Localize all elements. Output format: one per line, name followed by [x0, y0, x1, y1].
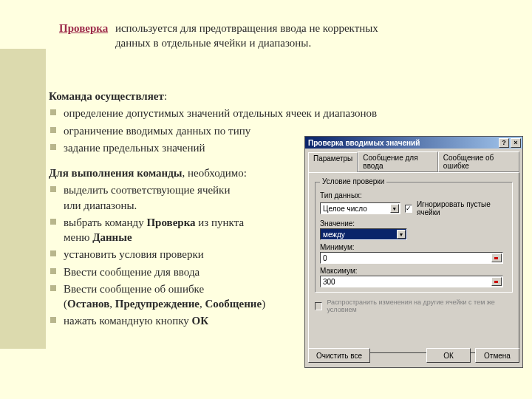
- list-item: Ввести сообщение об ошибке(Останов, Пред…: [49, 282, 300, 312]
- list-item: выделить соответствующие ячейкиили диапа…: [49, 183, 300, 213]
- range-selector-icon[interactable]: [491, 277, 502, 286]
- cancel-button[interactable]: Отмена: [475, 348, 519, 363]
- range-selector-icon[interactable]: [491, 253, 502, 262]
- label-max: Максимум:: [320, 267, 508, 275]
- ignore-blank-checkbox[interactable]: ✓: [405, 205, 412, 213]
- apply-changes-label: Распространить изменения на другие ячейк…: [327, 299, 513, 313]
- tab-body: Условие проверки Тип данных: Целое число…: [308, 172, 519, 353]
- minimum-input[interactable]: 0: [320, 252, 503, 264]
- dialog-title: Проверка вводимых значений: [308, 139, 420, 147]
- group-title: Условие проверки: [320, 177, 386, 185]
- data-combobox[interactable]: между ▼: [320, 228, 407, 240]
- list-item: установить условия проверки: [49, 247, 300, 262]
- label-type: Тип данных:: [320, 191, 508, 200]
- chevron-down-icon: ▼: [397, 230, 406, 239]
- list-item: Ввести сообщение для ввода: [49, 265, 300, 279]
- header-desc-2: данных в отдельные ячейки и диапазоны.: [115, 37, 311, 49]
- page-title: Проверка: [59, 22, 108, 34]
- dialog-tabs: Параметры Сообщение для ввода Сообщение …: [305, 149, 522, 172]
- tab-input-message[interactable]: Сообщение для ввода: [358, 151, 437, 172]
- dialog-titlebar[interactable]: Проверка вводимых значений ? ×: [305, 137, 522, 149]
- allow-combobox[interactable]: Целое число ▼: [320, 202, 400, 214]
- close-button[interactable]: ×: [511, 138, 521, 148]
- tab-error-message[interactable]: Сообщение об ошибке: [438, 151, 519, 172]
- validation-dialog: Проверка вводимых значений ? × Параметры…: [304, 136, 523, 368]
- ignore-blank-label: Игнорировать пустые ячейки: [417, 200, 508, 216]
- maximum-input[interactable]: 300: [320, 276, 503, 287]
- ok-button[interactable]: ОК: [426, 348, 471, 363]
- header-desc-1: используется для предотвращения ввода не…: [115, 22, 378, 34]
- list-item: определение допустимых значений отдельны…: [49, 106, 507, 120]
- section1-heading: Команда осуществляет: [49, 90, 164, 102]
- apply-changes-checkbox: [315, 302, 322, 310]
- help-button[interactable]: ?: [499, 138, 509, 148]
- section2-list: выделить соответствующие ячейкиили диапа…: [49, 183, 300, 328]
- dialog-buttons: Очистить все ОК Отмена: [308, 348, 519, 363]
- criteria-group: Условие проверки Тип данных: Целое число…: [315, 182, 513, 293]
- tab-parameters[interactable]: Параметры: [308, 152, 358, 173]
- section2-heading: Для выполнения команды: [49, 167, 182, 179]
- chevron-down-icon: ▼: [390, 204, 399, 213]
- list-item: нажать командную кнопку ОК: [49, 313, 300, 328]
- label-value: Значение:: [320, 219, 508, 228]
- clear-all-button[interactable]: Очистить все: [308, 348, 370, 363]
- page-header: Проверка используется для предотвращения…: [59, 21, 510, 51]
- list-item: выбрать команду Проверка из пунктаменю Д…: [49, 215, 300, 245]
- label-min: Минимум:: [320, 243, 508, 251]
- side-accent: [0, 49, 46, 349]
